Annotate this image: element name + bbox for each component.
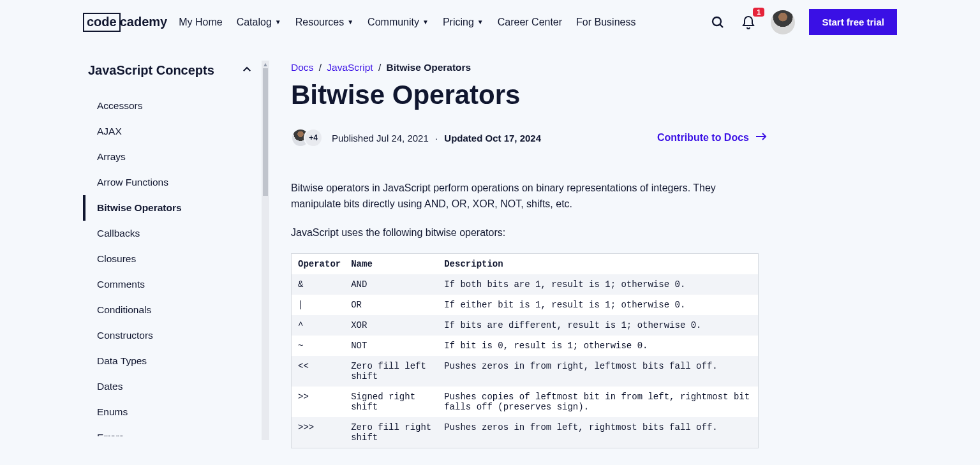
cell-name: NOT [345,336,438,356]
th-name: Name [345,254,438,275]
meta-separator: · [435,133,438,144]
sidebar-item-bitwise-operators[interactable]: Bitwise Operators [83,195,259,221]
breadcrumb-current: Bitwise Operators [387,62,471,73]
sidebar-item-closures[interactable]: Closures [83,246,259,272]
cell-description: If either bit is 1, result is 1; otherwi… [438,295,758,315]
operators-table: Operator Name Description &ANDIf both bi… [291,253,759,448]
sidebar-item-arrow-functions[interactable]: Arrow Functions [83,170,259,195]
svg-point-0 [713,17,721,26]
nav-item-for-business[interactable]: For Business [576,17,635,28]
sidebar-title: JavaScript Concepts [88,63,214,78]
breadcrumb-link-javascript[interactable]: JavaScript [327,62,373,73]
breadcrumb: Docs / JavaScript / Bitwise Operators [291,62,767,73]
sidebar-item-callbacks[interactable]: Callbacks [83,221,259,246]
sidebar-item-enums[interactable]: Enums [83,399,259,425]
nav-item-resources[interactable]: Resources▼ [295,17,353,28]
scroll-up-icon[interactable]: ▲ [262,61,269,68]
published-date: Jul 24, 2021 [376,133,429,144]
sidebar-item-dates[interactable]: Dates [83,374,259,399]
cell-name: Zero fill left shift [345,356,438,387]
sidebar-item-data-types[interactable]: Data Types [83,348,259,374]
contribute-label: Contribute to Docs [657,132,749,144]
chevron-down-icon: ▼ [347,18,353,26]
nav-item-pricing[interactable]: Pricing▼ [443,17,484,28]
sidebar-item-errors[interactable]: Errors [83,425,259,436]
th-description: Description [438,254,758,275]
sidebar-item-arrays[interactable]: Arrays [83,144,259,170]
scrollbar-thumb[interactable] [263,68,268,196]
cell-name: XOR [345,315,438,336]
breadcrumb-link-docs[interactable]: Docs [291,62,313,73]
cell-operator: ^ [292,315,345,336]
sidebar-header[interactable]: JavaScript Concepts [83,61,259,93]
chevron-up-icon [241,64,253,78]
content: Docs / JavaScript / Bitwise Operators Bi… [269,44,767,448]
header-right: 1 Start free trial [709,9,897,35]
sidebar-item-comments[interactable]: Comments [83,272,259,297]
breadcrumb-sep: / [319,62,322,73]
page-title: Bitwise Operators [291,80,767,110]
avatar[interactable] [771,10,795,34]
meta-row: +4 Published Jul 24, 2021 · Updated Oct … [291,128,767,147]
table-row: >>>Zero fill right shiftPushes zeros in … [292,417,759,448]
svg-line-1 [720,24,724,27]
cell-operator: & [292,274,345,295]
table-row: |ORIf either bit is 1, result is 1; othe… [292,295,759,315]
sidebar-list: AccessorsAJAXArraysArrow FunctionsBitwis… [83,93,259,436]
notification-badge: 1 [753,8,764,17]
meta-text: Published Jul 24, 2021 · Updated Oct 17,… [332,133,541,144]
table-row: <<Zero fill left shiftPushes zeros in fr… [292,356,759,387]
header: codecademy My HomeCatalog▼Resources▼Comm… [0,0,980,44]
cell-operator: ~ [292,336,345,356]
cell-name: Zero fill right shift [345,417,438,448]
main-nav: My HomeCatalog▼Resources▼Community▼Prici… [179,17,635,28]
logo[interactable]: codecademy [83,13,167,32]
sidebar-scrollbar[interactable]: ▲ [262,61,269,440]
published-prefix: Published [332,133,376,144]
contribute-link[interactable]: Contribute to Docs [657,132,767,144]
notifications-icon[interactable]: 1 [740,14,757,31]
meta-left: +4 Published Jul 24, 2021 · Updated Oct … [291,128,541,147]
cell-description: Pushes copies of leftmost bit in from le… [438,387,758,417]
cell-operator: << [292,356,345,387]
cell-description: If bit is 0, result is 1; otherwise 0. [438,336,758,356]
chevron-down-icon: ▼ [422,18,429,26]
cell-operator: >>> [292,417,345,448]
search-icon[interactable] [709,14,726,31]
arrow-right-icon [755,132,767,144]
sidebar-wrap: JavaScript Concepts AccessorsAJAXArraysA… [83,44,269,448]
cell-name: Signed right shift [345,387,438,417]
nav-item-my-home[interactable]: My Home [179,17,222,28]
chevron-down-icon: ▼ [477,18,484,26]
author-more-badge: +4 [304,128,323,147]
nav-item-catalog[interactable]: Catalog▼ [237,17,281,28]
cell-operator: | [292,295,345,315]
nav-item-career-center[interactable]: Career Center [498,17,562,28]
logo-box: code [83,13,121,32]
logo-rest: cademy [120,15,168,29]
cell-description: Pushes zeros in from right, leftmost bit… [438,356,758,387]
intro-paragraph-2: JavaScript uses the following bitwise op… [291,225,767,241]
author-stack[interactable]: +4 [291,128,323,147]
table-header-row: Operator Name Description [292,254,759,275]
cell-description: If bits are different, result is 1; othe… [438,315,758,336]
sidebar-item-constructors[interactable]: Constructors [83,323,259,348]
layout: JavaScript Concepts AccessorsAJAXArraysA… [0,44,980,448]
nav-item-community[interactable]: Community▼ [368,17,429,28]
sidebar-item-conditionals[interactable]: Conditionals [83,297,259,323]
table-row: ~NOTIf bit is 0, result is 1; otherwise … [292,336,759,356]
chevron-down-icon: ▼ [275,18,281,26]
start-trial-button[interactable]: Start free trial [809,9,897,35]
sidebar: JavaScript Concepts AccessorsAJAXArraysA… [83,44,259,436]
cell-name: AND [345,274,438,295]
cell-description: Pushes zeros in from left, rightmost bit… [438,417,758,448]
table-row: &ANDIf both bits are 1, result is 1; oth… [292,274,759,295]
sidebar-item-ajax[interactable]: AJAX [83,119,259,144]
sidebar-item-accessors[interactable]: Accessors [83,93,259,119]
table-row: >>Signed right shiftPushes copies of lef… [292,387,759,417]
th-operator: Operator [292,254,345,275]
table-row: ^XORIf bits are different, result is 1; … [292,315,759,336]
cell-description: If both bits are 1, result is 1; otherwi… [438,274,758,295]
updated-date: Oct 17, 2024 [485,133,541,144]
cell-name: OR [345,295,438,315]
